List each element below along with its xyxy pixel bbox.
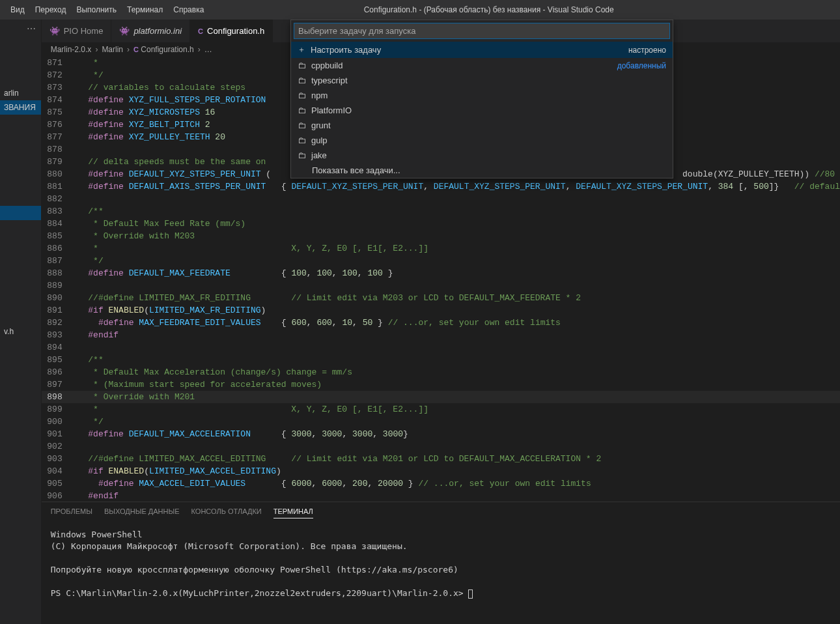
task-label: cppbuild xyxy=(311,61,343,70)
code-line[interactable]: 882 xyxy=(42,193,840,205)
code-line[interactable]: 891 #if ENABLED(LIMITED_MAX_FR_EDITING) xyxy=(42,304,840,317)
line-number: 890 xyxy=(42,292,73,304)
code-line[interactable]: 898 * Override with M201 xyxy=(42,391,840,403)
tab-platformio-ini[interactable]: 👾platformio.ini xyxy=(111,20,190,42)
menu-справка[interactable]: Справка xyxy=(168,1,209,18)
task-item-gulp[interactable]: 🗀gulp xyxy=(291,133,673,148)
line-number: 892 xyxy=(42,317,73,329)
panel-tab-выходные данные[interactable]: ВЫХОДНЫЕ ДАННЫЕ xyxy=(104,507,180,518)
quick-open-panel: ＋Настроить задачунастроено🗀cppbuildдобав… xyxy=(290,20,673,178)
terminal-line: Windows PowerShell xyxy=(51,529,831,541)
code-line[interactable]: 906 #endif xyxy=(42,490,840,502)
task-item-npm[interactable]: 🗀npm xyxy=(291,88,673,103)
code-line[interactable]: 892 #define MAX_FEEDRATE_EDIT_VALUES { 6… xyxy=(42,317,840,329)
code-line[interactable]: 881 #define DEFAULT_AXIS_STEPS_PER_UNIT … xyxy=(42,180,840,193)
code-line[interactable]: 897 * (Maximum start speed for accelerat… xyxy=(42,378,840,391)
panel-tab-проблемы[interactable]: ПРОБЛЕМЫ xyxy=(51,507,92,518)
cursor-icon xyxy=(468,589,473,599)
terminal[interactable]: Windows PowerShell(C) Корпорация Майкрос… xyxy=(42,524,840,624)
side-item[interactable]: ЗВАНИЯ xyxy=(0,100,41,115)
code-line[interactable]: 885 * Override with M203 xyxy=(42,230,840,242)
code-line[interactable]: 887 */ xyxy=(42,255,840,267)
code-line[interactable]: 905 #define MAX_ACCEL_EDIT_VALUES { 6000… xyxy=(42,477,840,490)
panel-tab-консоль отладки[interactable]: КОНСОЛЬ ОТЛАДКИ xyxy=(191,507,262,518)
code-line[interactable]: 896 * Default Max Acceleration (change/s… xyxy=(42,366,840,378)
line-number: 884 xyxy=(42,218,73,230)
task-list: ＋Настроить задачунастроено🗀cppbuildдобав… xyxy=(291,42,673,178)
c-file-icon: C xyxy=(133,46,139,53)
side-item[interactable] xyxy=(0,206,41,220)
folder-icon: 🗀 xyxy=(298,121,306,130)
task-item-typescript[interactable]: 🗀typescript xyxy=(291,73,673,88)
breadcrumb-item[interactable]: Marlin-2.0.x xyxy=(51,45,92,54)
tab-label: platformio.ini xyxy=(133,26,182,36)
more-icon[interactable]: ⋯ xyxy=(27,23,37,35)
chevron-right-icon: › xyxy=(127,45,130,54)
line-number: 879 xyxy=(42,156,73,168)
bottom-panel: ПРОБЛЕМЫВЫХОДНЫЕ ДАННЫЕКОНСОЛЬ ОТЛАДКИТЕ… xyxy=(42,502,840,624)
side-item[interactable]: v.h xyxy=(0,324,41,339)
code-line[interactable]: 889 xyxy=(42,279,840,292)
line-number: 883 xyxy=(42,205,73,218)
panel-tab-терминал[interactable]: ТЕРМИНАЛ xyxy=(273,507,313,518)
code-line[interactable]: 902 xyxy=(42,440,840,453)
task-item--[interactable]: Показать все задачи... xyxy=(291,163,673,178)
line-number: 888 xyxy=(42,267,73,279)
menu-терминал[interactable]: Терминал xyxy=(122,1,168,18)
code-line[interactable]: 895 /** xyxy=(42,354,840,366)
folder-icon: 🗀 xyxy=(298,91,306,100)
breadcrumb-item[interactable]: … xyxy=(204,45,212,54)
line-number: 893 xyxy=(42,329,73,341)
code-line[interactable]: 884 * Default Max Feed Rate (mm/s) xyxy=(42,218,840,230)
terminal-line: (C) Корпорация Майкрософт (Microsoft Cor… xyxy=(51,541,831,552)
menu-переход[interactable]: Переход xyxy=(30,1,72,18)
side-list: arlinЗВАНИЯ v.h xyxy=(0,39,41,339)
line-number: 906 xyxy=(42,490,73,502)
side-item[interactable]: arlin xyxy=(0,86,41,100)
task-item-grunt[interactable]: 🗀grunt xyxy=(291,118,673,133)
task-input[interactable] xyxy=(294,23,670,39)
code-line[interactable]: 888 #define DEFAULT_MAX_FEEDRATE { 100, … xyxy=(42,267,840,279)
code-line[interactable]: 900 */ xyxy=(42,416,840,428)
code-line[interactable]: 904 #if ENABLED(LIMITED_MAX_ACCEL_EDITIN… xyxy=(42,465,840,477)
task-label: npm xyxy=(311,91,328,100)
code-line[interactable]: 890 //#define LIMITED_MAX_FR_EDITING // … xyxy=(42,292,840,304)
code-line[interactable]: 894 xyxy=(42,341,840,354)
terminal-line xyxy=(51,576,831,588)
task-item-jake[interactable]: 🗀jake xyxy=(291,148,673,163)
line-number: 881 xyxy=(42,180,73,193)
platformio-icon: 👾 xyxy=(119,26,130,36)
plus-icon: ＋ xyxy=(298,44,305,55)
task-label: grunt xyxy=(311,121,331,130)
line-number: 876 xyxy=(42,119,73,131)
folder-icon: 🗀 xyxy=(298,76,306,85)
code-line[interactable]: 899 * X, Y, Z, E0 [, E1[, E2...]] xyxy=(42,403,840,416)
task-label: Настроить задачу xyxy=(311,45,381,55)
menu-выполнить[interactable]: Выполнить xyxy=(71,1,122,18)
line-number: 898 xyxy=(42,391,73,403)
code-line[interactable]: 886 * X, Y, Z, E0 [, E1[, E2...]] xyxy=(42,242,840,255)
line-number: 903 xyxy=(42,453,73,465)
line-number: 901 xyxy=(42,428,73,440)
line-number: 899 xyxy=(42,403,73,416)
terminal-line xyxy=(51,552,831,564)
breadcrumb-item[interactable]: Marlin xyxy=(102,45,123,54)
task-item-cppbuild[interactable]: 🗀cppbuildдобавленный xyxy=(291,58,673,73)
task-item-platformio[interactable]: 🗀PlatformIO xyxy=(291,103,673,118)
task-label: Показать все задачи... xyxy=(312,165,400,175)
tab-pio-home[interactable]: 👾PIO Home xyxy=(42,20,112,42)
code-line[interactable]: 903 //#define LIMITED_MAX_ACCEL_EDITING … xyxy=(42,453,840,465)
line-number: 877 xyxy=(42,131,73,143)
line-number: 886 xyxy=(42,242,73,255)
task-item--[interactable]: ＋Настроить задачунастроено xyxy=(291,42,673,58)
breadcrumb-item[interactable]: C Configuration.h xyxy=(133,45,194,54)
tab-configuration-h[interactable]: CConfiguration.h xyxy=(190,20,273,42)
line-number: 889 xyxy=(42,279,73,292)
code-line[interactable]: 901 #define DEFAULT_MAX_ACCELERATION { 3… xyxy=(42,428,840,440)
code-line[interactable]: 893 #endif xyxy=(42,329,840,341)
menu-вид[interactable]: Вид xyxy=(5,1,30,18)
code-line[interactable]: 883 /** xyxy=(42,205,840,218)
chevron-right-icon: › xyxy=(95,45,98,54)
task-label: typescript xyxy=(311,76,348,85)
line-number: 891 xyxy=(42,304,73,317)
